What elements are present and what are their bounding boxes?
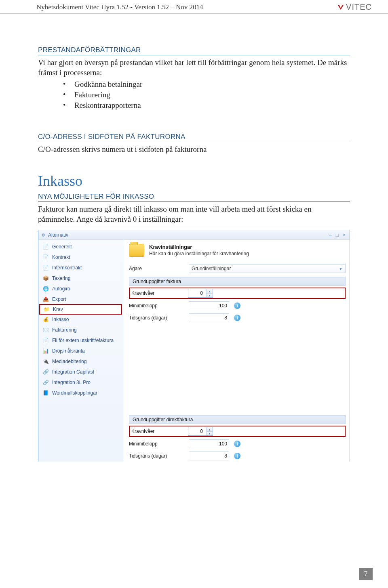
owner-label: Ägare (129, 266, 186, 271)
group-header-direktfaktura: Grunduppgifter direktfaktura (129, 415, 346, 424)
svg-point-3 (43, 234, 44, 235)
sidebar-item-label: Export (52, 296, 66, 302)
money-icon: 💰 (42, 316, 49, 323)
kravnivaer-value: 0 (200, 290, 205, 296)
sidebar-item-externutskrift[interactable]: 📄Fil för extern utskrift/efaktura (38, 335, 123, 346)
sidebar-item-internkontrakt[interactable]: 📄Internkontrakt (38, 262, 123, 273)
settings-window: Alternativ – □ × 📄Generellt 📄Kontrakt 📄I… (38, 230, 350, 462)
owner-dropdown[interactable]: Grundinställningar ▼ (189, 264, 346, 273)
minimize-icon[interactable]: – (329, 232, 332, 238)
minimibelopp-label: Minimibelopp (129, 303, 186, 309)
step-up-icon[interactable]: ▲ (207, 289, 213, 294)
export-icon: 📤 (42, 296, 49, 302)
kravnivaer-stepper[interactable]: 0 ▲▼ (188, 289, 213, 298)
info-icon[interactable]: i (234, 453, 240, 459)
sidebar-item-capifast[interactable]: 🔗Integration Capifast (38, 367, 123, 377)
section-heading-prestanda: PRESTANDAFÖRBÄTTRINGAR (38, 46, 350, 55)
document-icon: 📄 (42, 244, 49, 250)
info-icon[interactable]: i (234, 302, 240, 309)
word-icon: 📘 (42, 390, 49, 396)
section-title-inkasso: Inkasso (38, 172, 350, 189)
group-header-faktura: Grunduppgifter faktura (129, 277, 346, 286)
info-icon[interactable]: i (234, 441, 240, 447)
integration-icon: 🔗 (42, 379, 49, 386)
kravnivaer-label: Kravnivåer (131, 290, 185, 296)
sidebar-item-label: Integration 3L Pro (52, 380, 91, 385)
tidsgrans2-value: 8 (224, 453, 227, 459)
sidebar-item-label: Dröjsmålsränta (52, 348, 85, 354)
sidebar-item-label: Inkasso (52, 317, 69, 322)
tidsgrans2-input[interactable]: 8 (189, 452, 229, 460)
bullet-list: Godkänna betalningar Fakturering Reskont… (63, 79, 350, 110)
tidsgrans-label: Tidsgräns (dagar) (129, 315, 186, 321)
sidebar-item-drojsmalsranta[interactable]: 📊Dröjsmålsränta (38, 346, 123, 356)
info-icon[interactable]: i (234, 315, 240, 321)
sidebar-item-label: Mediadebitering (52, 359, 86, 364)
minimibelopp2-input[interactable]: 100 (189, 439, 229, 448)
percent-icon: 📊 (42, 348, 49, 354)
logo: VITEC (337, 2, 372, 12)
media-icon: 🔌 (42, 358, 49, 365)
gear-icon (41, 233, 46, 237)
panel-title: Kravinställningar (149, 244, 249, 250)
maximize-icon[interactable]: □ (336, 232, 339, 238)
close-icon[interactable]: × (343, 232, 346, 238)
section-heading-coadress: C/O-ADRESS I SIDFOTEN PÅ FAKTURORNA (38, 133, 350, 142)
file-icon: 📄 (42, 337, 49, 344)
sidebar-item-label: Kontrakt (52, 254, 70, 260)
contract-icon: 📄 (42, 265, 49, 271)
sidebar-item-label: Autogiro (52, 286, 70, 292)
para-inkasso: Fakturor kan numera gå direkt till inkas… (38, 204, 350, 224)
kravnivaer2-stepper[interactable]: 0 ▲▼ (188, 427, 213, 436)
window-titlebar: Alternativ – □ × (38, 230, 350, 240)
step-up-icon[interactable]: ▲ (207, 427, 213, 432)
sidebar-item-generellt[interactable]: 📄Generellt (38, 242, 123, 252)
sidebar-item-label: Krav (53, 307, 63, 312)
para-coadress: C/O-adressen skrivs numera ut i sidfoten… (38, 145, 350, 155)
document-header: Nyhetsdokument Vitec Hyra 1.52 - Version… (0, 0, 388, 14)
sidebar-item-label: Generellt (52, 244, 72, 250)
logo-text: VITEC (346, 2, 372, 12)
minimibelopp2-label: Minimibelopp (129, 441, 186, 447)
header-title: Nyhetsdokument Vitec Hyra 1.52 - Version… (36, 3, 203, 11)
step-down-icon[interactable]: ▼ (207, 294, 213, 298)
sidebar-item-export[interactable]: 📤Export (38, 294, 123, 304)
folder-icon: 📁 (43, 306, 50, 313)
sidebar-item-wordmalls[interactable]: 📘Wordmallskopplingar (38, 388, 123, 398)
para-prestanda: Vi har gjort en översyn på prestandan vi… (38, 58, 350, 78)
bullet-item: Godkänna betalningar (63, 79, 350, 90)
bullet-item: Reskontrarapporterna (63, 100, 350, 111)
page-number: 7 (359, 568, 373, 580)
panel-folder-icon (129, 244, 144, 257)
globe-icon: 🌐 (42, 286, 49, 292)
sidebar-item-kontrakt[interactable]: 📄Kontrakt (38, 252, 123, 262)
tidsgrans-value: 8 (224, 315, 227, 321)
minimibelopp2-value: 100 (219, 441, 227, 447)
settings-panel: Kravinställningar Här kan du göra instäl… (123, 240, 350, 462)
step-down-icon[interactable]: ▼ (207, 432, 213, 436)
minimibelopp-input[interactable]: 100 (189, 301, 229, 310)
owner-value: Grundinställningar (192, 266, 231, 271)
window-title: Alternativ (48, 232, 68, 238)
sidebar-item-fakturering[interactable]: ✉️Fakturering (38, 325, 123, 335)
chevron-down-icon: ▼ (339, 267, 343, 271)
sidebar-item-3lpro[interactable]: 🔗Integration 3L Pro (38, 377, 123, 388)
tidsgrans2-label: Tidsgräns (dagar) (129, 453, 186, 459)
sidebar-item-label: Wordmallskopplingar (52, 390, 97, 396)
sidebar-item-label: Taxering (52, 275, 70, 281)
panel-subtitle: Här kan du göra inställningar för kravha… (149, 251, 249, 256)
tidsgrans-input[interactable]: 8 (189, 313, 229, 322)
sidebar-item-taxering[interactable]: 📦Taxering (38, 273, 123, 284)
sidebar-item-mediadebitering[interactable]: 🔌Mediadebitering (38, 356, 123, 367)
sidebar-item-autogiro[interactable]: 🌐Autogiro (38, 284, 123, 294)
sidebar-item-label: Fil för extern utskrift/efaktura (52, 338, 114, 343)
settings-sidebar: 📄Generellt 📄Kontrakt 📄Internkontrakt 📦Ta… (38, 240, 123, 462)
sidebar-item-krav[interactable]: 📁Krav (39, 304, 122, 315)
contract-icon: 📄 (42, 254, 49, 260)
kravnivaer-row-highlight: Kravnivåer 0 ▲▼ (129, 288, 346, 299)
sidebar-item-label: Internkontrakt (52, 265, 82, 271)
kravnivaer2-label: Kravnivåer (131, 428, 185, 434)
kravnivaer2-row-highlight: Kravnivåer 0 ▲▼ (129, 426, 346, 437)
minimibelopp-value: 100 (219, 303, 227, 309)
sidebar-item-inkasso[interactable]: 💰Inkasso (38, 314, 123, 325)
